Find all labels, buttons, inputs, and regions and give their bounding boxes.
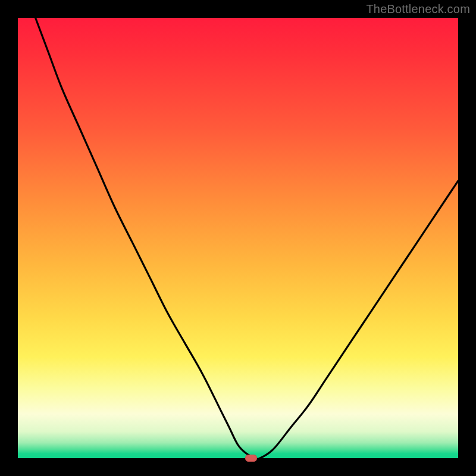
- plot-area: [18, 18, 458, 458]
- optimal-point-marker: [245, 455, 257, 462]
- watermark-text: TheBottleneck.com: [366, 2, 470, 16]
- chart-stage: TheBottleneck.com: [0, 0, 476, 476]
- bottleneck-curve: [18, 18, 458, 458]
